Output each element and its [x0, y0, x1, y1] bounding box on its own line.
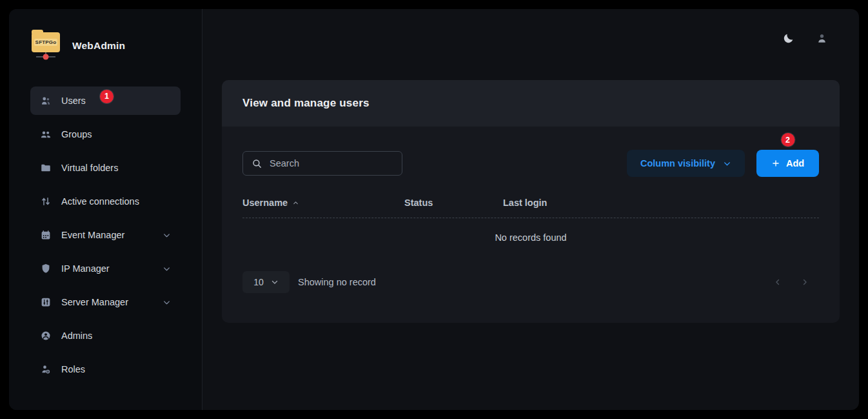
add-button-label: Add	[786, 158, 804, 169]
sidebar-item-label: Event Manager	[61, 230, 124, 240]
table-header-row: Username Status Last login	[242, 198, 819, 218]
sidebar-item-active-connections[interactable]: Active connections	[30, 187, 181, 216]
brand: SFTPGo WebAdmin	[9, 9, 202, 67]
column-header-last-login[interactable]: Last login	[503, 198, 819, 208]
sidebar-item-virtual-folders[interactable]: Virtual folders	[30, 154, 181, 182]
sidebar-nav: Users 1 Groups Virtual folders Activ	[9, 67, 202, 383]
next-page-icon[interactable]	[800, 277, 810, 287]
sidebar-item-ip-manager[interactable]: IP Manager	[30, 254, 181, 283]
logo-text: SFTPGo	[34, 39, 58, 46]
sliders-icon	[40, 296, 52, 308]
topbar	[202, 9, 859, 80]
toolbar: Column visibility 2 Add	[242, 150, 819, 177]
users-card: View and manage users Column visibility …	[222, 80, 840, 323]
card-body: Column visibility 2 Add Username	[222, 127, 840, 323]
pagination-summary: Showing no record	[298, 277, 376, 287]
sidebar-item-server-manager[interactable]: Server Manager	[30, 288, 181, 316]
shield-icon	[40, 263, 52, 274]
search-icon	[252, 158, 262, 169]
sort-ascending-icon	[292, 199, 299, 207]
calendar-icon	[40, 229, 52, 241]
main-content: View and manage users Column visibility …	[202, 9, 859, 410]
sidebar-item-users[interactable]: Users 1	[30, 87, 181, 115]
column-header-username[interactable]: Username	[242, 198, 404, 208]
sidebar-item-label: Roles	[61, 364, 85, 374]
sidebar-item-label: Groups	[61, 129, 92, 139]
arrows-up-down-icon	[40, 196, 52, 207]
sidebar-item-label: Active connections	[61, 196, 139, 207]
role-icon	[40, 363, 52, 375]
page-title: View and manage users	[242, 97, 370, 110]
folder-icon	[40, 162, 52, 174]
user-avatar-icon[interactable]	[815, 32, 828, 45]
users-icon	[40, 95, 52, 107]
column-visibility-button[interactable]: Column visibility	[627, 150, 745, 177]
dark-mode-toggle-moon-icon[interactable]	[782, 32, 794, 45]
plus-icon	[771, 159, 780, 168]
app-window: SFTPGo WebAdmin Users 1 Groups	[9, 9, 859, 410]
rows-per-page-select[interactable]: 10	[242, 271, 290, 293]
card-header: View and manage users	[222, 80, 840, 127]
chevron-down-icon	[163, 265, 171, 273]
previous-page-icon[interactable]	[773, 277, 783, 287]
app-title: WebAdmin	[72, 40, 125, 52]
annotation-mark-2: 2	[781, 133, 794, 147]
sidebar-item-label: Virtual folders	[61, 163, 118, 173]
search-box[interactable]	[242, 151, 402, 176]
sidebar-item-label: IP Manager	[61, 263, 110, 274]
column-visibility-label: Column visibility	[640, 158, 715, 169]
sidebar-item-label: Admins	[61, 331, 92, 341]
sftpgo-logo-icon: SFTPGo	[30, 32, 61, 59]
sidebar-item-roles[interactable]: Roles	[30, 355, 181, 383]
chevron-down-icon	[271, 278, 279, 286]
column-header-status[interactable]: Status	[404, 198, 503, 208]
chevron-down-icon	[163, 298, 171, 307]
sidebar: SFTPGo WebAdmin Users 1 Groups	[9, 9, 202, 410]
search-input[interactable]	[270, 158, 393, 169]
sidebar-item-label: Users	[61, 96, 86, 106]
empty-table-message: No records found	[242, 218, 819, 254]
sidebar-item-admins[interactable]: Admins	[30, 322, 181, 350]
sidebar-item-groups[interactable]: Groups	[30, 120, 181, 148]
annotation-mark-1: 1	[100, 90, 113, 103]
pagination-controls	[773, 277, 819, 287]
sidebar-item-event-manager[interactable]: Event Manager	[30, 221, 181, 249]
pagination-bar: 10 Showing no record	[242, 271, 819, 293]
admin-icon	[40, 330, 52, 342]
groups-icon	[40, 128, 52, 140]
chevron-down-icon	[163, 231, 171, 240]
rows-per-page-value: 10	[253, 277, 264, 287]
chevron-down-icon	[723, 159, 731, 168]
add-button[interactable]: Add	[756, 150, 819, 177]
sidebar-item-label: Server Manager	[61, 297, 128, 307]
